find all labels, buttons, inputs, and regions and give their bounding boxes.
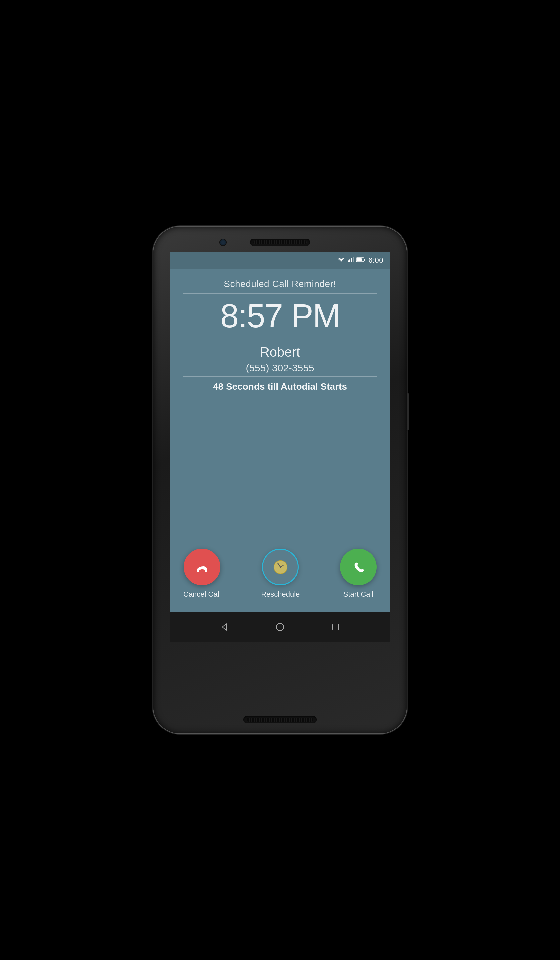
nav-home-button[interactable] xyxy=(273,620,287,634)
call-time: 8:57 PM xyxy=(220,299,340,332)
reschedule-button[interactable] xyxy=(262,549,299,585)
nav-recents-button[interactable] xyxy=(328,620,343,634)
actions-area: Cancel Call xyxy=(170,539,390,612)
phone-screen: 6:00 Scheduled Call Reminder! 8:57 PM Ro… xyxy=(170,252,390,642)
reschedule-item[interactable]: Reschedule xyxy=(261,549,300,599)
contact-name: Robert xyxy=(260,345,300,360)
front-camera xyxy=(220,239,226,245)
start-call-item[interactable]: Start Call xyxy=(340,549,377,599)
phone-device: 6:00 Scheduled Call Reminder! 8:57 PM Ro… xyxy=(153,227,407,733)
svg-rect-3 xyxy=(351,258,352,262)
power-button[interactable] xyxy=(407,393,409,430)
cancel-call-label: Cancel Call xyxy=(183,590,221,599)
autodial-countdown: 48 Seconds till Autodial Starts xyxy=(213,381,347,392)
svg-point-15 xyxy=(276,623,284,631)
wifi-icon xyxy=(338,257,345,264)
divider-3 xyxy=(183,376,377,377)
status-bar: 6:00 xyxy=(170,252,390,269)
battery-icon xyxy=(356,258,366,263)
svg-rect-16 xyxy=(333,624,339,630)
reschedule-label: Reschedule xyxy=(261,590,300,599)
page-wrapper: 6:00 Scheduled Call Reminder! 8:57 PM Ro… xyxy=(0,0,560,960)
speaker-top xyxy=(250,238,310,246)
status-icons: 6:00 xyxy=(338,256,383,265)
svg-rect-1 xyxy=(348,260,349,262)
status-time: 6:00 xyxy=(368,256,383,265)
divider-2 xyxy=(183,338,377,338)
start-call-label: Start Call xyxy=(343,590,373,599)
nav-back-button[interactable] xyxy=(217,620,232,634)
svg-rect-7 xyxy=(364,259,365,261)
svg-point-13 xyxy=(280,566,281,568)
speaker-bottom xyxy=(243,716,317,723)
contact-phone: (555) 302-3555 xyxy=(246,362,314,374)
signal-icon xyxy=(348,257,354,264)
nav-bar xyxy=(170,612,390,642)
svg-point-0 xyxy=(341,262,342,263)
svg-rect-2 xyxy=(349,259,350,262)
cancel-call-button[interactable] xyxy=(184,549,220,585)
svg-rect-6 xyxy=(357,258,362,261)
svg-rect-4 xyxy=(353,257,354,262)
screen-content: Scheduled Call Reminder! 8:57 PM Robert … xyxy=(170,269,390,612)
divider-1 xyxy=(183,293,377,294)
reminder-title: Scheduled Call Reminder! xyxy=(224,279,336,290)
svg-marker-14 xyxy=(222,624,226,630)
cancel-call-item[interactable]: Cancel Call xyxy=(183,549,221,599)
start-call-button[interactable] xyxy=(340,549,377,585)
